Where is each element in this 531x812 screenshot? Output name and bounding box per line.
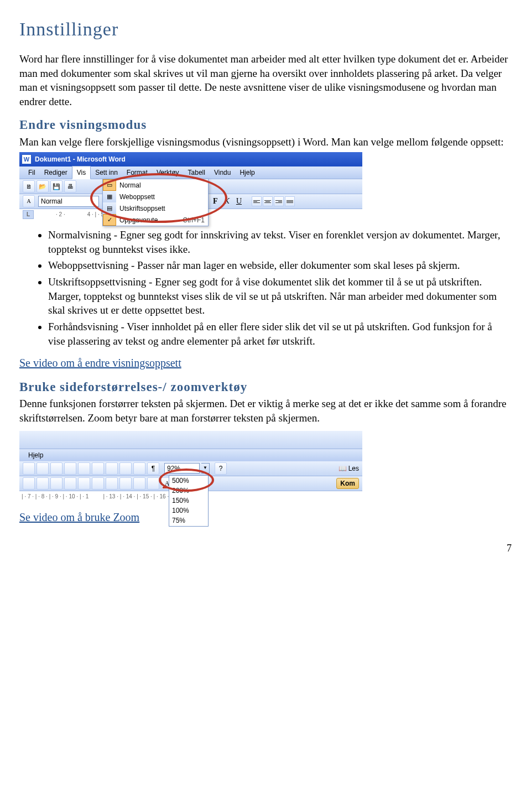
style-selector[interactable]: Normal — [38, 196, 99, 207]
align-right-icon[interactable] — [274, 196, 284, 206]
word-app-icon: W — [22, 154, 32, 164]
menu-item-icon: ✓ — [103, 214, 116, 226]
menu-item-shortcut: Ctrl+F1 — [183, 216, 205, 225]
link-video-zoom[interactable]: Se video om å bruke Zoom — [19, 511, 139, 523]
link-video-visningsoppsett[interactable]: Se video om å endre visningsoppsett — [19, 357, 181, 369]
heading-endre-visningsmodus: Endre visningsmodus — [19, 116, 512, 133]
ruler-tick: · 2 · — [56, 211, 65, 218]
menu-item-icon: ▤ — [103, 202, 116, 214]
help-icon[interactable]: ? — [215, 462, 227, 475]
print-icon[interactable]: 🖶 — [64, 180, 76, 192]
align-icons-2: A — [23, 477, 173, 490]
page-title: Innstillinger — [19, 17, 512, 42]
menu-item-label: Weboppsett — [119, 192, 155, 201]
zoom-input[interactable]: 92% — [164, 463, 200, 473]
menu-format[interactable]: Format — [122, 166, 152, 179]
toolbar-blank-row — [19, 431, 362, 449]
toolbar-icon[interactable] — [64, 462, 76, 475]
align-icon[interactable] — [64, 477, 76, 490]
italic-button[interactable]: K — [225, 196, 230, 207]
visningsmodus-list: Normalvisning - Egner seg godt for innsk… — [19, 228, 512, 348]
menu-item-normal[interactable]: ▭Normal — [103, 179, 208, 191]
toolbar-icons-left: ¶ — [23, 462, 159, 475]
toolbar-icon[interactable] — [23, 462, 35, 475]
zoom-option[interactable]: 75% — [169, 516, 208, 525]
zoom-dropdown-list: 500%200%150%100%75% — [169, 475, 209, 527]
reading-layout-button[interactable]: 📖 Les — [339, 464, 359, 473]
screenshot-word-vis-menu: W Dokument1 - Microsoft Word FilRedigerV… — [19, 152, 362, 220]
ruler-scale-left: | · 7 · | · 8 · | · 9 · | · 10 · | · 1 — [22, 493, 88, 501]
list-item: Forhåndsvisning - Viser innholdet på en … — [48, 320, 512, 348]
zoom-dropdown-arrow[interactable]: ▼ — [201, 463, 210, 473]
screenshot-word-zoom: Hjelp ¶ 92% ▼ ? 📖 Les — [19, 431, 362, 502]
menu-vindu[interactable]: Vindu — [210, 166, 235, 179]
align-left-icon[interactable] — [252, 196, 262, 206]
align-icon[interactable] — [50, 477, 63, 490]
zoom-option[interactable]: 150% — [169, 496, 208, 506]
book-icon: 📖 — [339, 464, 347, 473]
menu-sett-inn[interactable]: Sett inn — [91, 166, 122, 179]
style-aa-icon[interactable]: A — [23, 195, 35, 207]
menu-tabell[interactable]: Tabell — [184, 166, 210, 179]
menu-item-oppgaverute[interactable]: ✓OppgaveruteCtrl+F1 — [103, 214, 208, 226]
underline-button[interactable]: U — [236, 196, 242, 207]
line-spacing-icon[interactable] — [78, 477, 90, 490]
menu-verktøy[interactable]: Verktøy — [152, 166, 184, 179]
save-icon[interactable]: 💾 — [50, 180, 63, 192]
align-icon[interactable] — [23, 477, 35, 490]
menu-item-label: Oppgaverute — [119, 216, 158, 225]
menu-hjelp[interactable]: Hjelp — [24, 449, 48, 461]
menu-item-utskriftsoppsett[interactable]: ▤Utskriftsoppsett — [103, 202, 208, 214]
paragraph-zoom: Denne funksjonen forstørrer teksten på s… — [19, 397, 512, 425]
word-menu-bar-2: Hjelp — [19, 449, 362, 461]
toolbar-icon[interactable] — [37, 462, 49, 475]
indent-icon[interactable] — [106, 477, 118, 490]
heading-zoom: Bruke sideforstørrelses-/ zoomverktøy — [19, 378, 512, 395]
word-window-title: Dokument1 - Microsoft Word — [35, 155, 126, 164]
toolbar-icon[interactable] — [92, 462, 104, 475]
word-toolbar-zoom-row: ¶ 92% ▼ ? 📖 Les — [19, 461, 362, 476]
menu-item-icon: ▦ — [103, 191, 116, 202]
zoom-option[interactable]: 200% — [169, 486, 208, 496]
align-center-icon[interactable] — [263, 196, 273, 206]
menu-hjelp[interactable]: Hjelp — [235, 166, 259, 179]
menu-fil[interactable]: Fil — [24, 166, 40, 179]
paragraph-visningsmodus: Man kan velge flere forskjellige visning… — [19, 135, 512, 149]
kom-button[interactable]: Kom — [336, 478, 359, 489]
page-number: 7 — [19, 542, 512, 555]
indent-icon[interactable] — [119, 477, 132, 490]
vis-menu-dropdown: ▭Normal▦Weboppsett▤Utskriftsoppsett✓Oppg… — [102, 179, 209, 226]
menu-item-label: Utskriftsoppsett — [119, 204, 165, 213]
border-icon[interactable] — [133, 477, 145, 490]
menu-item-weboppsett[interactable]: ▦Weboppsett — [103, 191, 208, 202]
toolbar-icon[interactable] — [50, 462, 63, 475]
zoom-option[interactable]: 100% — [169, 506, 208, 516]
menu-rediger[interactable]: Rediger — [40, 166, 72, 179]
highlight-icon[interactable] — [147, 477, 159, 490]
menu-item-icon: ▭ — [103, 179, 116, 191]
align-justify-icon[interactable] — [285, 196, 295, 206]
menu-item-label: Normal — [119, 181, 141, 190]
menu-vis[interactable]: Vis — [72, 166, 91, 179]
intro-paragraph: Word har flere innstillinger for å vise … — [19, 52, 512, 109]
list-icon[interactable] — [92, 477, 104, 490]
word-title-bar: W Dokument1 - Microsoft Word — [19, 152, 362, 166]
list-item: Utskriftsoppsettvisning - Egner seg godt… — [48, 275, 512, 317]
align-buttons — [252, 196, 295, 206]
toolbar-icon[interactable] — [106, 462, 118, 475]
list-item: Normalvisning - Egner seg godt for innsk… — [48, 228, 512, 256]
toolbar-icon[interactable] — [133, 462, 145, 475]
toolbar-icon[interactable] — [119, 462, 132, 475]
align-icon[interactable] — [37, 477, 49, 490]
bold-button[interactable]: F — [213, 196, 218, 207]
word-menu-bar: FilRedigerVisSett innFormatVerktøyTabell… — [19, 166, 362, 179]
toolbar-pilcrow-icon[interactable]: ¶ — [147, 462, 159, 475]
list-item: Weboppsettvisning - Passer når man lager… — [48, 258, 512, 273]
ruler-tab-selector[interactable]: L — [23, 210, 34, 219]
toolbar-icon[interactable] — [78, 462, 90, 475]
open-icon[interactable]: 📂 — [37, 180, 49, 192]
new-doc-icon[interactable]: 🗎 — [23, 180, 35, 192]
zoom-option[interactable]: 500% — [169, 476, 208, 486]
